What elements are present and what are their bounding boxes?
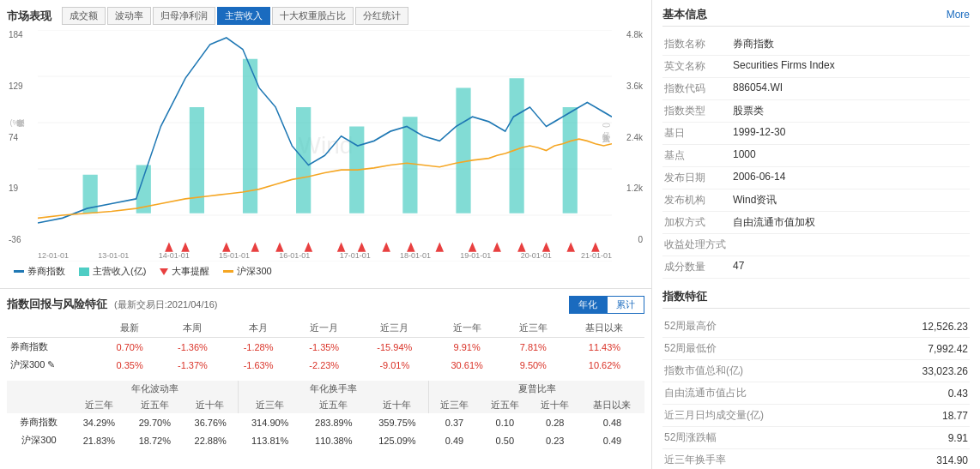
cell-hushen-3m: -9.01% xyxy=(357,356,433,374)
market-title: 市场表现 xyxy=(7,9,51,24)
cell-quanshang-week: -1.36% xyxy=(160,338,226,357)
index-stats-section: 指数特征 52周最高价 12,526.23 52周最低价 7,992.42 指数… xyxy=(662,289,970,469)
stats-label: 52周最低价 xyxy=(662,338,765,360)
tab-chengjiaoe[interactable]: 成交额 xyxy=(62,7,106,25)
table-row: 沪深300 ✎ 0.35% -1.37% -1.63% -2.23% -9.01… xyxy=(7,356,644,374)
cell-hushen-3y: 9.50% xyxy=(502,356,565,374)
tab-bodonglu[interactable]: 波动率 xyxy=(107,7,151,25)
risk-row-quanshang: 券商指数 xyxy=(7,413,71,431)
col-latest: 最新 xyxy=(100,319,160,338)
stats-row: 自由流通市值占比 0.43 xyxy=(662,382,970,405)
info-value: Securities Firms Index xyxy=(731,56,970,78)
tab-fenhong[interactable]: 分红统计 xyxy=(355,7,408,25)
legend-dot-orange xyxy=(223,270,233,273)
stats-value: 9.91 xyxy=(765,427,970,449)
cell-quanshang-latest: 0.70% xyxy=(100,338,160,357)
stats-label: 近三年换手率 xyxy=(662,449,765,470)
info-value: Wind资讯 xyxy=(731,189,970,212)
risk-cell: 0.10 xyxy=(480,413,529,431)
risk-cell: 0.48 xyxy=(580,413,644,431)
stats-row: 近三年换手率 314.90 xyxy=(662,449,970,470)
col-month: 本月 xyxy=(226,319,292,338)
stats-row: 52周涨跌幅 9.91 xyxy=(662,427,970,449)
info-label: 收益处理方式 xyxy=(662,234,731,256)
cell-hushen-week: -1.37% xyxy=(160,356,226,374)
risk-sub-5y-vol: 近五年 xyxy=(127,397,183,413)
risk-cell: 34.29% xyxy=(71,413,127,431)
info-row: 英文名称 Securities Firms Index xyxy=(662,56,970,78)
legend-zhuyingshouru: 主营收入(亿) xyxy=(79,265,146,278)
risk-cell: 113.81% xyxy=(239,431,302,449)
tab-shida[interactable]: 十大权重股占比 xyxy=(272,7,354,25)
col-since: 基日以来 xyxy=(565,319,644,338)
info-row: 加权方式 自由流通市值加权 xyxy=(662,212,970,234)
risk-cell: 110.38% xyxy=(302,431,366,449)
stats-label: 52周最高价 xyxy=(662,316,765,338)
risk-cell: 283.89% xyxy=(302,413,366,431)
cell-hushen-1m: -2.23% xyxy=(291,356,357,374)
info-value: 2006-06-14 xyxy=(731,167,970,189)
legend-dot-blue xyxy=(14,270,24,273)
cell-hushen-latest: 0.35% xyxy=(100,356,160,374)
risk-cell: 0.23 xyxy=(530,431,580,449)
risk-cell: 0.49 xyxy=(580,431,644,449)
legend-dashitijing: 大事提醒 xyxy=(160,265,209,278)
stats-title: 指数特征 xyxy=(662,289,970,309)
risk-cell: 29.70% xyxy=(127,413,183,431)
risk-cell: 18.72% xyxy=(127,431,183,449)
info-value: 股票类 xyxy=(731,100,970,123)
stats-label: 自由流通市值占比 xyxy=(662,382,765,405)
info-value: 自由流通市值加权 xyxy=(731,212,970,234)
toggle-cumulative[interactable]: 累计 xyxy=(607,296,644,314)
cell-quanshang-since: 11.43% xyxy=(565,338,644,357)
info-row: 成分数量 47 xyxy=(662,256,970,279)
stats-value: 0.43 xyxy=(765,382,970,405)
y-axis-right: 4.8k 3.6k 2.4k 1.2k 0 xyxy=(613,30,643,244)
info-label: 发布日期 xyxy=(662,167,731,189)
risk-cell: 0.28 xyxy=(530,413,580,431)
legend-label-quanshang: 券商指数 xyxy=(27,265,65,278)
risk-sub-10y-sharpe: 近十年 xyxy=(530,397,580,413)
stats-label: 52周涨跌幅 xyxy=(662,427,765,449)
tab-zhuyingshouru[interactable]: 主营收入 xyxy=(217,7,270,25)
risk-cell: 21.83% xyxy=(71,431,127,449)
risk-cell: 0.50 xyxy=(480,431,529,449)
cell-quanshang-month: -1.28% xyxy=(226,338,292,357)
risk-cell: 314.90% xyxy=(239,413,302,431)
market-tab-bar: 成交额 波动率 归母净利润 主营收入 十大权重股占比 分红统计 xyxy=(62,7,408,25)
svg-rect-14 xyxy=(510,78,524,213)
stats-row: 指数市值总和(亿) 33,023.26 xyxy=(662,360,970,382)
risk-sub-5y-turn: 近五年 xyxy=(302,397,366,413)
toggle-annualized[interactable]: 年化 xyxy=(569,296,607,314)
info-label: 基日 xyxy=(662,123,731,145)
info-value xyxy=(731,234,970,256)
more-link[interactable]: More xyxy=(947,9,970,21)
tab-guimu[interactable]: 归母净利润 xyxy=(153,7,215,25)
x-axis: 12-01-01 13-01-01 14-01-01 15-01-01 16-0… xyxy=(38,251,612,260)
col-1m: 近一月 xyxy=(291,319,357,338)
stats-row: 近三月日均成交量(亿) 18.77 xyxy=(662,405,970,427)
risk-row-hushen: 沪深300 xyxy=(7,431,71,449)
risk-cell: 125.09% xyxy=(366,431,429,449)
annualized-toggle: 年化 累计 xyxy=(569,296,644,314)
col-1y: 近一年 xyxy=(433,319,502,338)
cell-quanshang-1m: -1.35% xyxy=(291,338,357,357)
cell-quanshang-3m: -15.94% xyxy=(357,338,433,357)
info-row: 指数名称 券商指数 xyxy=(662,33,970,56)
risk-col-turnover: 年化换手率 xyxy=(239,381,429,397)
info-value: 券商指数 xyxy=(731,33,970,56)
legend-quanshang: 券商指数 xyxy=(14,265,65,278)
info-row: 基点 1000 xyxy=(662,145,970,167)
info-value: 886054.WI xyxy=(731,78,970,100)
table-row: 券商指数 34.29% 29.70% 36.76% 314.90% 283.89… xyxy=(7,413,644,431)
info-label: 英文名称 xyxy=(662,56,731,78)
row-label-hushen300: 沪深300 ✎ xyxy=(7,356,100,374)
stats-table: 52周最高价 12,526.23 52周最低价 7,992.42 指数市值总和(… xyxy=(662,316,970,469)
cell-hushen-since: 10.62% xyxy=(565,356,644,374)
cell-hushen-1y: 30.61% xyxy=(433,356,502,374)
info-row: 基日 1999-12-30 xyxy=(662,123,970,145)
svg-rect-15 xyxy=(563,107,578,213)
col-week: 本周 xyxy=(160,319,226,338)
market-chart: Wind 184 129 74 19 -36 4.8k 3.6k 2.4k 1.… xyxy=(7,30,644,262)
stats-value: 33,023.26 xyxy=(765,360,970,382)
